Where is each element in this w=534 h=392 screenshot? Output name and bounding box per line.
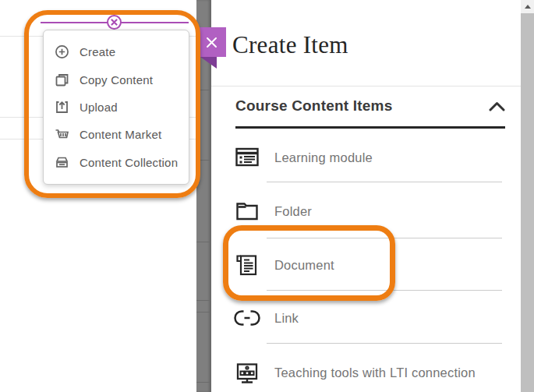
menu-item-label: Content Market [80, 128, 161, 141]
strip-row-divider [196, 90, 211, 90]
content-item-label: Teaching tools with LTI connection [274, 366, 476, 380]
item-divider [267, 238, 502, 238]
content-item-teaching-tools-lti[interactable]: Teaching tools with LTI connection [234, 358, 502, 387]
insertion-point-close-button[interactable] [107, 15, 122, 30]
strip-row-divider [196, 312, 211, 313]
menu-item-label: Content Collection [80, 156, 178, 169]
close-icon [205, 36, 218, 49]
content-item-label: Learning module [274, 150, 373, 165]
menu-item-label: Create [80, 45, 115, 58]
learning-module-icon [234, 144, 260, 171]
strip-row-divider [196, 242, 211, 242]
item-divider [267, 290, 502, 291]
content-item-folder[interactable]: Folder [234, 196, 502, 226]
item-divider [267, 343, 502, 344]
course-content-items-section-header: Course Content Items [235, 95, 505, 117]
scrollbar-thumb[interactable] [521, 13, 534, 392]
content-item-link[interactable]: Link [234, 303, 502, 333]
section-title: Course Content Items [235, 97, 392, 115]
copy-icon [55, 72, 69, 87]
content-market-icon [55, 127, 69, 142]
content-item-label: Folder [274, 204, 312, 219]
lti-connection-icon [234, 359, 260, 386]
menu-item-create[interactable]: Create [44, 38, 189, 65]
content-item-label: Document [274, 258, 334, 273]
circle-x-icon [111, 19, 118, 26]
content-item-label: Link [274, 311, 299, 326]
chevron-up-icon[interactable] [489, 101, 505, 111]
plus-circle-icon [55, 44, 69, 59]
close-button-fold [200, 57, 217, 69]
scroll-up-arrow-icon [525, 5, 531, 9]
screenshot-root: Create Copy Content Upload [0, 0, 534, 392]
menu-item-content-market[interactable]: Content Market [44, 121, 189, 148]
strip-row-divider [196, 300, 211, 301]
menu-item-upload[interactable]: Upload [44, 94, 189, 121]
folder-icon [234, 198, 260, 224]
strip-row-divider [196, 160, 211, 161]
strip-row-divider [196, 382, 211, 383]
create-context-menu: Create Copy Content Upload [43, 30, 189, 185]
content-item-document[interactable]: Document [234, 250, 502, 280]
scrollbar-up-button[interactable] [521, 0, 534, 13]
item-divider [267, 182, 502, 182]
menu-item-label: Upload [80, 101, 118, 114]
panel-close-button[interactable] [196, 27, 226, 57]
upload-icon [55, 100, 69, 115]
panel-divider [211, 86, 521, 87]
menu-item-content-collection[interactable]: Content Collection [44, 149, 189, 176]
content-collection-icon [55, 155, 69, 170]
menu-item-label: Copy Content [80, 73, 153, 87]
section-underline [235, 126, 505, 129]
content-item-learning-module[interactable]: Learning module [234, 143, 502, 172]
panel-scrollbar [521, 0, 534, 392]
document-icon [234, 252, 260, 278]
panel-title: Create Item [232, 31, 348, 59]
menu-item-copy-content[interactable]: Copy Content [44, 65, 189, 93]
link-icon [234, 305, 260, 331]
